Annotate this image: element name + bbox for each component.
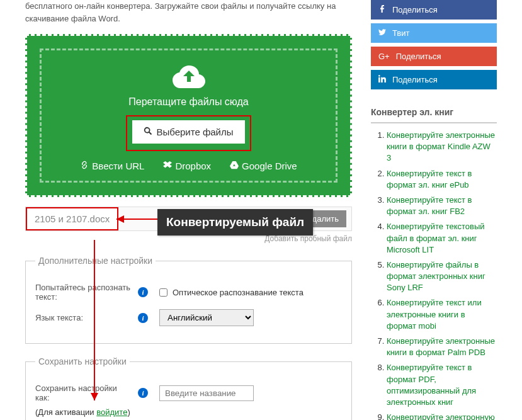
- ebook-link[interactable]: Конвертируйте электронную книгу в: [387, 412, 495, 420]
- enter-url-link[interactable]: Ввести URL: [80, 161, 144, 171]
- upload-cloud-icon: [42, 63, 336, 90]
- search-icon: [144, 127, 152, 137]
- login-link[interactable]: войдите: [96, 407, 127, 417]
- sidebar-heading: Конвертер эл. книг: [371, 102, 497, 123]
- dropzone[interactable]: Перетащите файлы сюда Выберите файлы Вве…: [25, 34, 352, 197]
- gdrive-icon: [230, 161, 239, 171]
- ebook-link[interactable]: Конвертируйте электронные книги в формат…: [387, 336, 495, 357]
- dropzone-inner: Перетащите файлы сюда Выберите файлы Вве…: [40, 48, 338, 183]
- ocr-label: Попытайтесь распознать текст:: [35, 283, 133, 302]
- ebook-link[interactable]: Конвертируйте текстовый файл в формат эл…: [387, 222, 485, 254]
- ebook-link[interactable]: Конвертируйте текст в формат эл. книг FB…: [387, 195, 472, 216]
- activation-text: (Для активации войдите): [35, 407, 130, 417]
- linkedin-icon: [378, 75, 386, 84]
- filename: 2105 и 2107.docx: [26, 207, 118, 230]
- source-links: Ввести URL Dropbox Google Drive: [42, 161, 336, 171]
- ebook-link[interactable]: Конвертируйте текст в формат PDF, оптими…: [387, 363, 476, 407]
- link-icon: [80, 161, 89, 171]
- url-label: Ввести URL: [92, 161, 144, 171]
- additional-settings-fieldset: Дополнительные настройки Попытайтесь рас…: [25, 256, 352, 344]
- ocr-checkbox[interactable]: [159, 288, 167, 297]
- ebook-converter-list: Конвертируйте электронные книги в формат…: [371, 130, 497, 420]
- ocr-checkbox-label: Оптическое распознавание текста: [173, 288, 304, 297]
- share-linkedin-button[interactable]: Поделиться: [371, 70, 497, 89]
- language-select[interactable]: Английский: [159, 309, 254, 326]
- googleplus-icon: G+: [378, 52, 390, 61]
- facebook-icon: [378, 5, 386, 14]
- info-icon[interactable]: i: [138, 287, 148, 297]
- ebook-link[interactable]: Конвертируйте электронные книги в формат…: [387, 130, 495, 162]
- share-twitter-button[interactable]: Твит: [371, 23, 497, 43]
- share-googleplus-button[interactable]: G+ Поделиться: [371, 47, 497, 66]
- gdrive-link[interactable]: Google Drive: [230, 161, 297, 171]
- share-facebook-button[interactable]: Поделиться: [371, 0, 497, 20]
- ebook-link[interactable]: Конвертируйте файлы в формат электронных…: [387, 260, 485, 292]
- intro-text: бесплатного он-лайн конвертера. Загружай…: [25, 0, 352, 25]
- highlight-box-select: Выберите файлы: [126, 115, 251, 151]
- info-icon[interactable]: i: [138, 388, 148, 398]
- dropbox-link[interactable]: Dropbox: [163, 161, 211, 171]
- save-legend: Сохранить настройки: [35, 356, 130, 366]
- ebook-link[interactable]: Конвертируйте текст или электронные книг…: [387, 298, 482, 330]
- dropbox-label: Dropbox: [175, 161, 211, 171]
- ebook-link[interactable]: Конвертируйте текст в формат эл. книг eP…: [387, 169, 472, 190]
- callout-tooltip: Конвертируемый файл: [157, 209, 313, 236]
- twitter-icon: [378, 28, 386, 38]
- save-name-input[interactable]: [159, 385, 254, 401]
- dropbox-icon: [163, 161, 172, 171]
- select-files-button[interactable]: Выберите файлы: [132, 120, 244, 144]
- lang-label: Язык текста:: [35, 313, 133, 322]
- drag-text: Перетащите файлы сюда: [42, 96, 336, 108]
- add-trial-file[interactable]: Добавить пробный файл: [25, 234, 352, 243]
- gdrive-label: Google Drive: [242, 161, 297, 171]
- save-settings-fieldset: Сохранить настройки Сохранить настройки …: [25, 356, 352, 420]
- save-label: Сохранить настройки как:: [35, 383, 133, 402]
- info-icon[interactable]: i: [138, 313, 148, 323]
- settings-legend: Дополнительные настройки: [35, 256, 156, 266]
- select-files-label: Выберите файлы: [156, 127, 233, 137]
